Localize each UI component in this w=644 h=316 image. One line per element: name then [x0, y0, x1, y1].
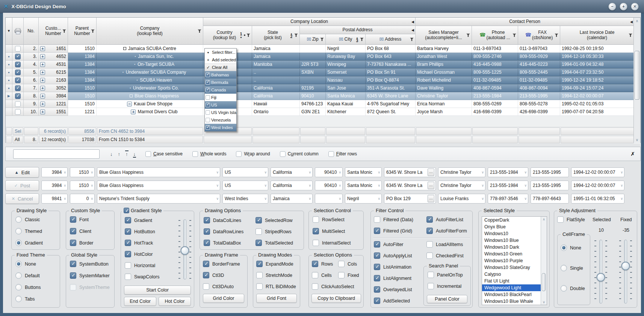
cell-address[interactable]: PO Box 68 — [366, 45, 416, 53]
parent-field[interactable]: 0∨ — [70, 194, 95, 204]
cell-date[interactable]: 1994-04-07 23:32:50 — [560, 68, 634, 76]
tree-plus-icon[interactable]: + — [131, 109, 136, 114]
checkbox-icon[interactable] — [206, 103, 210, 107]
list-item-windows10-green[interactable]: Windows10 Green — [482, 251, 547, 257]
state-field[interactable]: Jamaica∨ — [271, 194, 313, 204]
cell-parent[interactable]: 1510 — [68, 45, 97, 53]
checkbox-icon[interactable] — [313, 216, 319, 223]
chevron-down-icon[interactable]: ∨ — [91, 170, 93, 174]
checkbox-icon[interactable] — [374, 241, 380, 248]
radio-icon[interactable] — [15, 261, 22, 267]
band-header-company-location[interactable]: Company Location ◀ — [203, 18, 416, 26]
gradient-slider[interactable] — [178, 219, 192, 280]
expand-plus-icon[interactable]: + — [40, 109, 45, 114]
collapse-band-icon[interactable]: ◀ — [411, 28, 414, 32]
cell-city[interactable]: Somerset — [326, 68, 366, 76]
checkbox-icon[interactable] — [256, 261, 263, 267]
cell-address[interactable]: PO Box 643 — [366, 53, 416, 61]
radio-icon[interactable] — [15, 284, 22, 290]
cell-fax[interactable]: 416-445-0223 — [518, 61, 560, 68]
expand-plus-icon[interactable]: + — [40, 94, 45, 99]
cell-state[interactable]: Jamaica — [252, 45, 300, 53]
chevron-down-icon[interactable]: ∨ — [308, 197, 311, 201]
chevron-down-icon[interactable]: ∨ — [620, 184, 623, 187]
column-header-no[interactable]: No. — [24, 18, 39, 45]
radio-icon[interactable] — [561, 285, 567, 292]
checkbox-icon[interactable] — [374, 286, 380, 293]
checkbox-icon[interactable] — [255, 228, 262, 235]
country-field[interactable]: US∨ — [222, 181, 268, 190]
cell-cust[interactable]: +2163 — [39, 76, 68, 84]
cell-state[interactable]: .. — [252, 68, 300, 76]
list-item-windows10-slategray[interactable]: Windows10 SlateGray — [482, 264, 547, 271]
cell-city[interactable]: Santa Monica — [326, 92, 366, 100]
radio-icon[interactable] — [561, 265, 567, 271]
cell-state[interactable]: California — [252, 84, 300, 92]
date-field[interactable]: 1994-12-02 00:00:07∨ — [571, 167, 624, 177]
scroll-up-icon[interactable]: ∧ — [541, 217, 547, 222]
cell-company[interactable]: ·Jamaica Sun, Inc. — [97, 53, 203, 61]
city-field[interactable]: Santa Monic∨ — [345, 167, 382, 177]
cell-phone[interactable]: 809-555-1225 — [472, 68, 518, 76]
row-checkbox[interactable] — [15, 109, 21, 115]
column-header-sales-manager[interactable]: Sales Manager(autocomplete+li... — [416, 26, 472, 45]
column-header-fax[interactable]: ☎ FAX(cbsNone) — [518, 26, 560, 45]
copy-to-clipboard-button[interactable]: Copy to Clipboard — [311, 294, 361, 303]
chevron-down-icon[interactable]: ∨ — [378, 184, 380, 187]
cell-address[interactable]: 6345 W. Shore Lane — [366, 92, 416, 100]
column-header-zip[interactable]: ✉Zip — [300, 34, 326, 45]
chevron-down-icon[interactable]: ∨ — [524, 197, 527, 201]
cell-parent[interactable]: 1384 — [68, 53, 97, 61]
cell-phone[interactable]: 011-3-697043 — [472, 45, 518, 53]
address-field[interactable]: 6345 W. Shore La… — [384, 167, 436, 177]
state-field[interactable]: California∨ — [271, 181, 313, 190]
checkbox-icon[interactable] — [312, 272, 318, 278]
chevron-down-icon[interactable]: ∨ — [481, 170, 484, 174]
ellipsis-button[interactable]: … — [428, 182, 434, 189]
list-item-flat-ui-light[interactable]: Flat UI Light — [482, 278, 547, 284]
checkbox-icon[interactable] — [125, 228, 131, 235]
chevron-down-icon[interactable]: ∨ — [308, 170, 311, 174]
print-column-header[interactable] — [12, 18, 24, 45]
cell-cust[interactable]: +6215 — [39, 68, 68, 76]
chevron-down-icon[interactable]: ∨ — [378, 197, 380, 201]
cell-zip[interactable]: 94766-123 — [300, 100, 326, 108]
checkbox-icon[interactable] — [255, 217, 262, 223]
checkbox-icon[interactable] — [374, 252, 380, 259]
cell-address[interactable]: 7-73763 Nanakawa ... — [366, 61, 416, 68]
chevron-down-icon[interactable]: ∨ — [63, 197, 66, 201]
filter-command-add-selected[interactable]: +Add selected — [205, 56, 236, 64]
cell-ind[interactable] — [6, 100, 12, 108]
checkbox-icon[interactable] — [203, 261, 209, 267]
cell-sales[interactable]: Dave Walling — [416, 84, 472, 92]
checkbox-icon[interactable] — [312, 261, 318, 267]
list-item-onyx-blue[interactable]: Onyx Blue — [482, 223, 547, 230]
cust-field[interactable]: 9841∨ — [41, 194, 68, 204]
list-item-copperdark[interactable]: CopperDark — [482, 217, 547, 223]
checkbox-icon[interactable] — [236, 151, 242, 157]
zip-field[interactable]: ∨ — [315, 194, 343, 204]
find-next-icon[interactable]: ↓ — [110, 152, 113, 156]
radio-icon[interactable] — [561, 245, 567, 251]
checkbox-icon[interactable] — [70, 240, 76, 246]
row-checkbox[interactable] — [15, 54, 21, 59]
cell-city[interactable]: Negril — [326, 45, 366, 53]
chevron-down-icon[interactable]: ∨ — [216, 170, 219, 174]
chevron-down-icon[interactable]: ∨ — [264, 170, 267, 174]
cell-zip[interactable]: J2R 5T3 — [300, 61, 326, 68]
cell-parent[interactable]: 1221 — [68, 108, 97, 116]
filter-icon[interactable] — [62, 29, 66, 33]
column-header-last-invoice-date[interactable]: Last Invoice Date(calendar) — [560, 26, 634, 45]
title-bar[interactable]: ✕ X-DBGrid Design Demo − + ✕ — [0, 0, 644, 13]
cell-no[interactable]: 10. — [24, 108, 39, 116]
checkbox-icon[interactable] — [145, 151, 151, 157]
checkbox-icon[interactable] — [426, 216, 433, 223]
chevron-down-icon[interactable]: ∨ — [216, 197, 219, 201]
cell-state[interactable]: California — [252, 92, 300, 100]
checkbox-icon[interactable] — [206, 125, 210, 130]
cell-sales[interactable]: Christine Taylor — [416, 92, 472, 100]
cell-sales[interactable]: Robert Michelind — [416, 76, 472, 84]
find-previous-icon[interactable]: ↑ — [118, 152, 121, 156]
checkbox-icon[interactable] — [203, 283, 209, 290]
checkbox-icon[interactable] — [328, 151, 334, 157]
